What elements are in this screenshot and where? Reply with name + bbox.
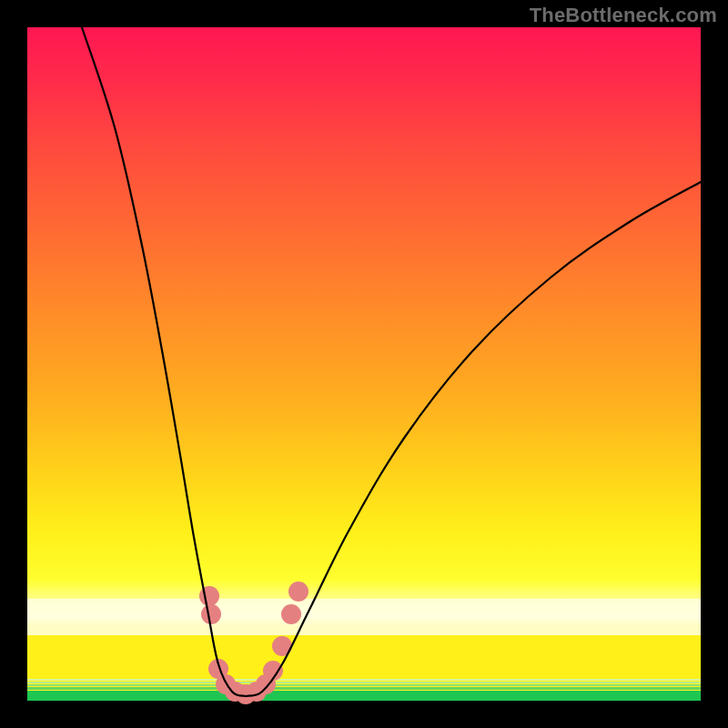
trough-dot xyxy=(281,604,301,624)
curve-layer xyxy=(27,27,701,701)
trough-dot xyxy=(201,604,221,624)
right-branch-curve xyxy=(246,182,701,696)
stage: TheBottleneck.com xyxy=(0,0,728,728)
attribution-text: TheBottleneck.com xyxy=(530,4,717,27)
left-branch-curve xyxy=(82,27,246,696)
trough-dot xyxy=(288,581,308,602)
plot-area xyxy=(27,27,701,701)
trough-dot xyxy=(199,586,219,606)
